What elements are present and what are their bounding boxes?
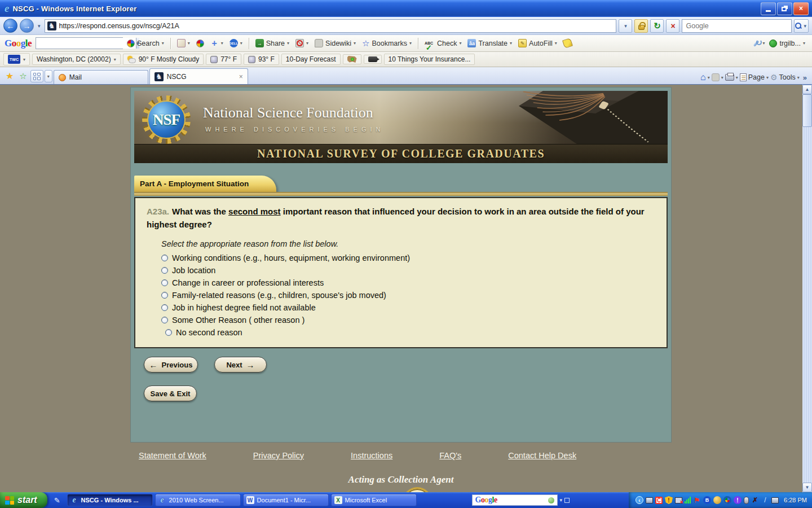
minimize-button[interactable] (761, 2, 776, 15)
twc-logo-button[interactable]: TWC▾ (3, 53, 30, 65)
google-search-button[interactable]: Search ▾ (125, 38, 166, 49)
save-exit-button[interactable]: Save & Exit (144, 386, 197, 401)
task-button-excel[interactable]: X Microsoft Excel (331, 494, 417, 506)
next-button[interactable]: Next → (214, 357, 267, 373)
caret-icon[interactable]: ▾ (762, 41, 765, 46)
ten-day-forecast-button[interactable]: 10-Day Forecast (281, 54, 341, 65)
caret-icon[interactable]: ▾ (797, 75, 800, 80)
task-button-word[interactable]: W Document1 - Micr... (243, 494, 329, 506)
scrollbar-thumb[interactable] (802, 94, 812, 127)
tab-close-icon[interactable]: × (239, 73, 243, 81)
faqs-link[interactable]: FAQ's (439, 451, 461, 460)
translate-button[interactable]: âaTranslate▾ (465, 37, 514, 49)
caret-icon[interactable]: ▾ (766, 75, 769, 80)
network-disconnected-tray-icon[interactable] (675, 497, 682, 503)
security-lock-button[interactable] (634, 19, 648, 33)
more-commands-icon[interactable]: » (801, 73, 809, 82)
task-button-nscg[interactable]: e NSCG - Windows ... (67, 494, 153, 506)
back-button[interactable]: ← (3, 19, 17, 33)
signal-strength-tray-icon[interactable] (685, 497, 691, 503)
google-swirl-tray-icon[interactable] (723, 496, 731, 504)
page-icon[interactable] (740, 73, 747, 81)
home-icon[interactable]: ⌂ (700, 72, 706, 82)
news-headline-link[interactable]: 10 Things Your Insurance... (384, 54, 475, 65)
news-button[interactable]: ▾ (175, 37, 192, 49)
add-favorite-button[interactable]: ☆ (17, 71, 29, 84)
previous-button[interactable]: ← Previous (144, 357, 198, 373)
antivirus-tray-icon[interactable]: ✗ (751, 496, 759, 504)
deskband-restore-icon[interactable] (564, 498, 570, 503)
contact-help-desk-link[interactable]: Contact Help Desk (508, 451, 576, 460)
quick-tabs-button[interactable] (30, 70, 43, 82)
radio-button[interactable] (165, 329, 172, 336)
privacy-policy-link[interactable]: Privacy Policy (253, 451, 304, 460)
radio-button[interactable] (161, 267, 168, 274)
restore-button[interactable] (777, 2, 792, 15)
quick-launch-pen-icon[interactable]: ✎ (54, 496, 60, 505)
highlighter-button[interactable] (561, 37, 574, 49)
dell-button[interactable]: DELL▾ (227, 37, 245, 49)
radio-button[interactable] (161, 255, 168, 261)
add-gadget-button[interactable]: +▾ (208, 37, 226, 49)
favorites-button[interactable]: ★ (3, 71, 16, 84)
scroll-up-button[interactable]: ▲ (802, 85, 812, 94)
account-button[interactable]: trgilb...▾ (767, 38, 807, 49)
low-temp[interactable]: 77° F (206, 54, 241, 65)
search-input[interactable] (686, 22, 788, 30)
current-conditions[interactable]: 90° F Mostly Cloudy (123, 54, 204, 65)
share-button[interactable]: →Share▾ (253, 37, 292, 49)
stop-button[interactable]: × (666, 19, 679, 33)
bluetooth-tray-icon[interactable]: B (703, 496, 711, 504)
alert-tray-icon[interactable]: ! (734, 496, 742, 504)
high-temp[interactable]: 93° F (244, 54, 279, 65)
autofill-button[interactable]: ✎AutoFill▾ (516, 37, 559, 49)
close-button[interactable]: × (793, 2, 809, 15)
tab-mail[interactable]: Mail (54, 70, 148, 84)
copyright-tray-icon[interactable]: C (655, 497, 663, 504)
tab-list-button[interactable]: ▾ (45, 70, 52, 82)
feeds-icon[interactable] (712, 73, 720, 81)
caret-icon[interactable]: ▾ (721, 75, 723, 80)
refresh-button[interactable]: ↻ (650, 19, 664, 33)
instructions-link[interactable]: Instructions (351, 451, 392, 460)
popup-blocker-button[interactable]: ▾ (293, 37, 311, 49)
hide-icons-chevron-icon[interactable]: ‹ (636, 496, 643, 504)
start-button[interactable]: start (0, 492, 47, 508)
tab-nscg[interactable]: ♞ NSCG × (149, 68, 248, 84)
statement-of-work-link[interactable]: Statement of Work (139, 451, 206, 460)
search-go-button[interactable]: ▾ (794, 19, 809, 33)
page-menu-button[interactable]: Page (748, 73, 765, 81)
deskband-caret-icon[interactable]: ▾ (558, 497, 565, 503)
address-dropdown-button[interactable]: ▾ (619, 19, 632, 33)
address-input[interactable] (59, 22, 614, 30)
caret-icon[interactable]: ▾ (736, 75, 738, 80)
google-apps-button[interactable] (194, 38, 206, 49)
video-button[interactable] (364, 55, 382, 64)
display-settings-tray-icon[interactable] (646, 497, 653, 503)
pen-tray-icon[interactable]: / (761, 496, 769, 504)
security-shield-tray-icon[interactable]: ! (665, 496, 673, 504)
google-search-input[interactable] (36, 38, 136, 49)
forward-button[interactable]: → (20, 19, 34, 33)
recent-pages-caret-icon[interactable]: ▾ (36, 23, 42, 29)
spellcheck-button[interactable]: ABC✓Check▾ (422, 38, 464, 49)
weather-location-dropdown[interactable]: Washington, DC (20002)▾ (32, 54, 121, 65)
gold-app-tray-icon[interactable] (713, 496, 721, 504)
radio-button[interactable] (161, 304, 168, 311)
radar-map-button[interactable] (343, 54, 361, 64)
task-button-web-screen[interactable]: e 2010 Web Screen... (155, 494, 241, 506)
google-desktop-search[interactable]: Google (472, 494, 558, 506)
radio-button[interactable] (161, 292, 168, 299)
bookmarks-button[interactable]: ☆Bookmarks▾ (360, 37, 414, 50)
mouse-tray-icon[interactable] (744, 497, 749, 504)
vertical-scrollbar[interactable]: ▲ ▼ (802, 85, 812, 492)
caret-icon[interactable]: ▾ (708, 75, 710, 80)
wrench-settings-icon[interactable] (752, 40, 760, 47)
monitor-tray-icon[interactable] (771, 497, 779, 503)
flag-tray-icon[interactable]: ⚑ (693, 496, 701, 504)
taskbar-clock[interactable]: 6:28 PM (784, 497, 807, 503)
radio-button[interactable] (161, 317, 168, 323)
scroll-down-button[interactable]: ▼ (802, 483, 812, 492)
print-icon[interactable] (725, 74, 734, 81)
radio-button[interactable] (161, 279, 168, 286)
